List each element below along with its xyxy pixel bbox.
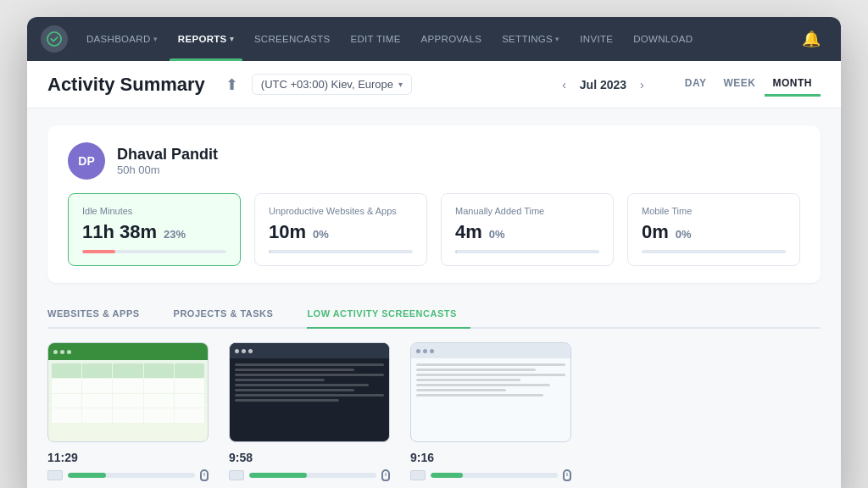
activity-fill-3 [431, 473, 463, 478]
stat-label-manual: Manually Added Time [455, 206, 599, 216]
screencast-indicators-1 [47, 469, 209, 481]
tab-month[interactable]: MONTH [765, 72, 821, 97]
tab-low-activity-screencasts[interactable]: LOW ACTIVITY SCREENCASTS [307, 300, 470, 329]
screencast-time-1: 11:29 [47, 451, 209, 464]
stat-bar-fill-manual [455, 250, 457, 253]
stat-value-unproductive: 10m [269, 221, 306, 243]
stat-bar-fill-idle [82, 250, 115, 253]
user-total-time: 50h 00m [117, 164, 218, 176]
stat-card-manual: Manually Added Time 4m 0% [441, 193, 614, 266]
stat-percent-mobile: 0% [676, 228, 692, 241]
stat-card-unproductive: Unproductive Websites & Apps 10m 0% [254, 193, 427, 266]
user-info: Dhaval Pandit 50h 00m [117, 146, 218, 176]
activity-bar-1 [68, 473, 195, 478]
screencast-indicators-2 [229, 469, 390, 481]
stat-bar-manual [455, 250, 599, 253]
keyboard-icon [47, 470, 63, 480]
stat-bar-fill-unproductive [269, 250, 270, 253]
avatar: DP [68, 142, 105, 180]
svg-point-0 [47, 32, 61, 46]
stat-value-idle: 11h 38m [82, 221, 157, 243]
screencast-thumb-3 [410, 342, 571, 442]
sub-header: Activity Summary ⬆ (UTC +03:00) Kiev, Eu… [27, 61, 841, 108]
tab-projects-tasks[interactable]: PROJECTS & TASKS [174, 300, 287, 327]
nav-settings[interactable]: SETTINGS ▾ [493, 29, 568, 49]
screencast-card-2[interactable]: 9:58 [229, 342, 390, 481]
chevron-down-icon: ▾ [398, 80, 403, 89]
screencast-time-3: 9:16 [410, 451, 571, 464]
screencast-thumb-2 [229, 342, 390, 442]
stat-percent-manual: 0% [489, 228, 505, 241]
stat-value-row-idle: 11h 38m 23% [82, 221, 226, 243]
screencast-thumb-1 [47, 342, 209, 442]
upload-icon[interactable]: ⬆ [225, 75, 238, 94]
activity-fill-1 [68, 473, 106, 478]
screencasts-row: 11:29 [47, 342, 821, 481]
stat-label-mobile: Mobile Time [642, 206, 786, 216]
main-content: DP Dhaval Pandit 50h 00m Idle Minutes 11… [27, 108, 841, 488]
keyboard-icon [410, 470, 426, 480]
period-tabs: DAY WEEK MONTH [676, 72, 821, 97]
prev-date-button[interactable]: ‹ [557, 76, 571, 93]
stat-bar-mobile [642, 250, 786, 253]
stat-card-idle: Idle Minutes 11h 38m 23% [68, 193, 241, 266]
nav-approvals[interactable]: APPROVALS [413, 29, 491, 49]
screencast-card-3[interactable]: 9:16 [410, 342, 571, 481]
screencast-card-1[interactable]: 11:29 [47, 342, 209, 481]
stat-value-row-manual: 4m 0% [455, 221, 599, 243]
nav-invite[interactable]: INVITE [571, 29, 621, 49]
screencast-indicators-3 [410, 469, 571, 481]
stat-value-manual: 4m [455, 221, 482, 243]
mouse-icon [563, 469, 571, 481]
stat-label-unproductive: Unproductive Websites & Apps [269, 206, 413, 216]
current-date: Jul 2023 [580, 78, 626, 92]
stat-label-idle: Idle Minutes [82, 206, 226, 216]
stat-percent-unproductive: 0% [313, 228, 329, 241]
user-header: DP Dhaval Pandit 50h 00m [68, 142, 800, 180]
chevron-down-icon: ▾ [555, 35, 559, 43]
stat-bar-idle [82, 250, 226, 253]
stat-value-row-unproductive: 10m 0% [269, 221, 413, 243]
tab-websites-apps[interactable]: WEBSITES & APPS [47, 300, 153, 327]
mouse-icon [381, 469, 390, 481]
stat-bar-unproductive [269, 250, 413, 253]
stat-value-mobile: 0m [642, 221, 669, 243]
date-nav: ‹ Jul 2023 › [557, 76, 649, 93]
nav-bar: DASHBOARD ▾ REPORTS ▾ SCREENCASTS EDIT T… [27, 17, 841, 61]
timezone-selector[interactable]: (UTC +03:00) Kiev, Europe ▾ [252, 74, 412, 95]
stat-value-row-mobile: 0m 0% [642, 221, 786, 243]
nav-edit-time[interactable]: EDIT TIME [342, 29, 409, 49]
nav-screencasts[interactable]: SCREENCASTS [246, 29, 339, 49]
mouse-icon [200, 469, 209, 481]
nav-logo[interactable] [41, 25, 68, 53]
tab-day[interactable]: DAY [676, 72, 715, 97]
tab-week[interactable]: WEEK [715, 72, 765, 97]
page-title: Activity Summary [47, 74, 205, 96]
keyboard-icon [229, 470, 244, 480]
nav-reports[interactable]: REPORTS ▾ [170, 29, 242, 49]
activity-bar-3 [431, 473, 558, 478]
activity-bar-2 [249, 473, 376, 478]
stat-card-mobile: Mobile Time 0m 0% [627, 193, 800, 266]
user-name: Dhaval Pandit [117, 146, 218, 164]
chevron-down-icon: ▾ [153, 35, 158, 43]
user-section: DP Dhaval Pandit 50h 00m Idle Minutes 11… [47, 125, 821, 283]
chevron-down-icon: ▾ [230, 35, 234, 43]
activity-fill-2 [249, 473, 307, 478]
nav-download[interactable]: DOWNLOAD [625, 29, 701, 49]
section-tabs: WEBSITES & APPS PROJECTS & TASKS LOW ACT… [47, 300, 821, 329]
notification-bell-icon[interactable]: 🔔 [795, 26, 827, 52]
screencast-time-2: 9:58 [229, 451, 390, 464]
stat-percent-idle: 23% [164, 228, 186, 241]
next-date-button[interactable]: › [635, 76, 649, 93]
nav-dashboard[interactable]: DASHBOARD ▾ [78, 29, 166, 49]
stats-row: Idle Minutes 11h 38m 23% Unproductive We… [68, 193, 800, 266]
